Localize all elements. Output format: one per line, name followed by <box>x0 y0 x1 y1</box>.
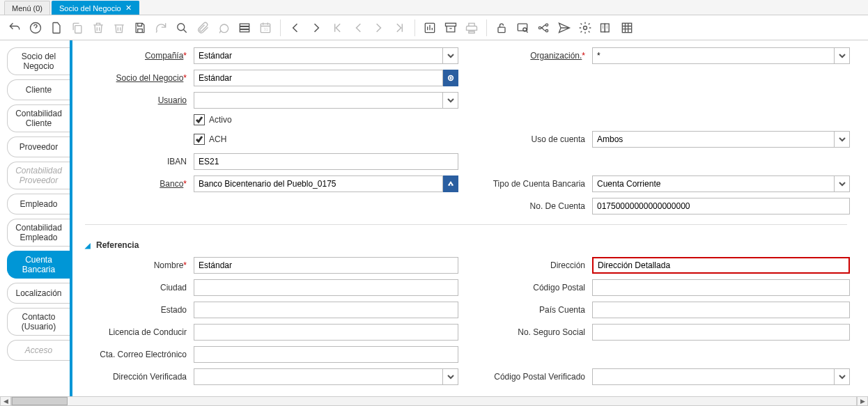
input-socio[interactable] <box>194 70 443 86</box>
attach-icon[interactable] <box>195 20 210 36</box>
dropdown-organizacion[interactable] <box>835 47 850 64</box>
svg-text:31: 31 <box>264 27 268 31</box>
first-icon[interactable] <box>330 20 345 36</box>
input-dir-verif[interactable] <box>194 368 443 385</box>
input-compania[interactable] <box>194 47 443 64</box>
required-marker: * <box>582 51 585 61</box>
zoom-icon[interactable] <box>515 20 530 36</box>
input-codigo-postal[interactable] <box>592 279 850 296</box>
sidetab-label: Contacto(Usuario) <box>22 312 56 332</box>
input-uso-cuenta[interactable] <box>592 131 835 148</box>
scroll-left-icon[interactable]: ◀ <box>0 396 11 406</box>
label-banco: Banco <box>160 179 183 189</box>
lock-icon[interactable] <box>494 20 509 36</box>
input-tipo-cuenta[interactable] <box>592 175 835 192</box>
sidetab-proveedor[interactable]: Proveedor <box>7 136 70 157</box>
dropdown-cp-verif[interactable] <box>835 368 850 385</box>
input-organizacion[interactable] <box>592 47 835 64</box>
sidetab-cliente[interactable]: Cliente <box>7 79 70 100</box>
dropdown-compania[interactable] <box>443 47 458 64</box>
input-pais-cuenta[interactable] <box>592 302 850 318</box>
dropdown-uso-cuenta[interactable] <box>835 131 850 148</box>
input-cp-verif[interactable] <box>592 368 835 385</box>
delete-icon[interactable] <box>91 20 106 36</box>
label-pais-cuenta: País Cuenta <box>539 305 585 315</box>
assist-banco[interactable] <box>443 175 458 192</box>
product-attrib-icon[interactable] <box>598 20 614 36</box>
prev-rec-icon[interactable] <box>350 20 366 36</box>
dropdown-dir-verif[interactable] <box>443 368 458 385</box>
calendar-icon[interactable]: 31 <box>258 20 273 36</box>
sidetab-contab-cliente[interactable]: ContabilidadCliente <box>7 104 70 132</box>
checkbox-activo[interactable] <box>194 114 205 125</box>
tab-menu[interactable]: Menú (0) <box>4 1 50 15</box>
csv-icon[interactable] <box>619 20 635 36</box>
help-icon[interactable] <box>28 20 43 36</box>
send-icon[interactable] <box>557 20 572 36</box>
dropdown-tipo-cuenta[interactable] <box>835 175 850 192</box>
horizontal-scrollbar[interactable]: ◀ ▶ <box>0 396 868 406</box>
svg-rect-3 <box>240 24 249 26</box>
prev-icon[interactable] <box>288 20 303 36</box>
workflow-icon[interactable] <box>536 20 551 36</box>
delete-selection-icon[interactable] <box>111 20 127 36</box>
scroll-thumb[interactable] <box>12 397 68 405</box>
last-icon[interactable] <box>392 20 408 36</box>
assist-socio[interactable] <box>443 70 458 86</box>
archive-icon[interactable] <box>443 20 458 36</box>
undo-icon[interactable] <box>7 20 22 36</box>
svg-point-14 <box>545 24 548 26</box>
refresh-icon[interactable] <box>153 20 169 36</box>
toggle-grid-icon[interactable] <box>237 20 252 36</box>
sidetab-empleado[interactable]: Empleado <box>7 194 70 214</box>
toolbar-separator-3 <box>486 19 487 36</box>
label-no-cuenta: No. De Cuenta <box>530 201 585 211</box>
input-banco[interactable] <box>194 175 443 192</box>
tab-socio[interactable]: Socio del Negocio ✕ <box>52 1 139 15</box>
sidetab-contacto[interactable]: Contacto(Usuario) <box>7 308 70 336</box>
input-estado[interactable] <box>194 302 458 318</box>
label-iban: IBAN <box>167 157 187 166</box>
label-tipo-cuenta: Tipo de Cuenta Bancaria <box>493 179 585 189</box>
copy-icon[interactable] <box>70 20 85 36</box>
label-organizacion: Organización. <box>530 51 582 61</box>
report-icon[interactable] <box>422 20 437 36</box>
input-usuario[interactable] <box>194 92 443 109</box>
input-direccion[interactable] <box>592 257 850 274</box>
sidetab-acceso[interactable]: Acceso <box>7 340 70 361</box>
gear-icon[interactable] <box>578 20 593 36</box>
sidetab-socio[interactable]: Socio delNegocio <box>7 47 70 75</box>
input-licencia[interactable] <box>194 324 458 341</box>
scroll-right-icon[interactable]: ▶ <box>857 396 868 406</box>
chat-icon[interactable] <box>216 20 231 36</box>
dropdown-usuario[interactable] <box>443 92 458 109</box>
sidetab-localizacion[interactable]: Localización <box>7 283 70 304</box>
sidetab-cuenta-bancaria[interactable]: CuentaBancaria <box>7 251 70 279</box>
input-ciudad[interactable] <box>194 279 458 296</box>
input-no-cuenta[interactable] <box>592 198 850 214</box>
sidetab-contab-empleado[interactable]: ContabilidadEmpleado <box>7 219 70 247</box>
collapse-icon: ◢ <box>85 242 91 249</box>
input-seguro[interactable] <box>592 324 850 341</box>
next-rec-icon[interactable] <box>371 20 387 36</box>
form-content: Compañía* Organización.* Socio del Negoc… <box>72 40 868 406</box>
toolbar: 31 <box>0 15 868 40</box>
next-icon[interactable] <box>309 20 324 36</box>
print-icon[interactable] <box>464 20 479 36</box>
close-icon[interactable]: ✕ <box>125 3 132 13</box>
sidetab-label: Socio delNegocio <box>22 52 56 72</box>
side-tabs: Socio delNegocio Cliente ContabilidadCli… <box>0 40 72 406</box>
sidetab-contab-proveedor[interactable]: ContabilidadProveedor <box>7 162 70 189</box>
tab-socio-label: Socio del Negocio <box>59 4 121 13</box>
input-iban[interactable] <box>194 153 458 170</box>
sidetab-label: Empleado <box>20 199 57 209</box>
svg-rect-9 <box>446 23 456 26</box>
input-nombre[interactable] <box>194 257 458 274</box>
checkbox-ach[interactable] <box>194 134 205 145</box>
section-referencia-header[interactable]: ◢ Referencia <box>85 240 847 250</box>
new-icon[interactable] <box>49 20 64 36</box>
save-icon[interactable] <box>132 20 148 36</box>
svg-point-16 <box>584 26 587 29</box>
search-icon[interactable] <box>174 20 189 36</box>
input-correo[interactable] <box>194 346 458 363</box>
